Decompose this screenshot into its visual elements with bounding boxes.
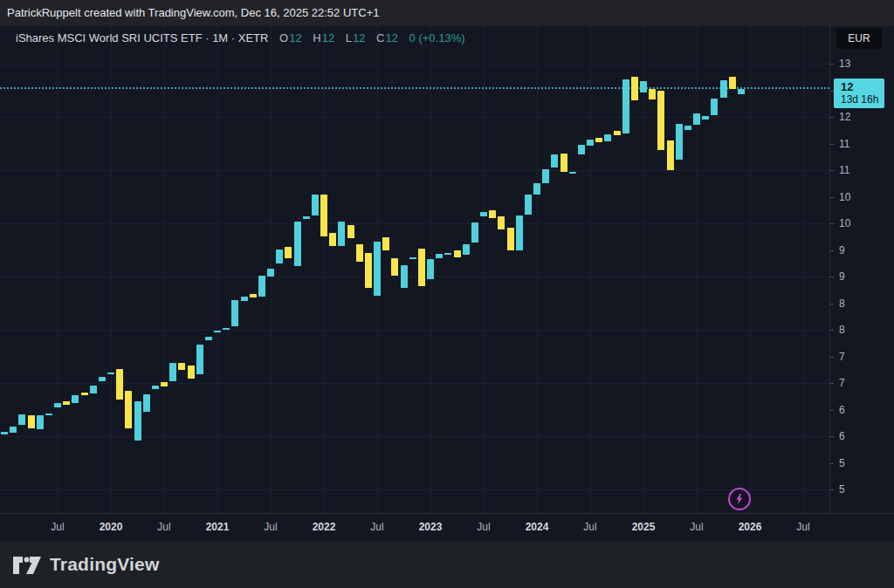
price-label: 11 bbox=[839, 138, 849, 150]
horizontal-gridline bbox=[0, 330, 829, 331]
price-tick bbox=[830, 410, 834, 411]
candle bbox=[320, 195, 327, 236]
candle bbox=[152, 386, 159, 389]
candle bbox=[178, 363, 185, 370]
current-price-line bbox=[0, 87, 829, 89]
candle bbox=[374, 242, 381, 296]
candle bbox=[45, 414, 52, 415]
badge-countdown: 13d 16h bbox=[841, 93, 884, 106]
candle bbox=[525, 195, 532, 215]
price-tick bbox=[830, 383, 834, 384]
candle bbox=[18, 414, 25, 425]
price-label: 10 bbox=[839, 217, 850, 229]
candle bbox=[595, 138, 602, 142]
vertical-gridline bbox=[803, 26, 804, 513]
tradingview-logo-icon[interactable] bbox=[12, 552, 42, 577]
price-label: 13 bbox=[839, 58, 850, 70]
candle bbox=[418, 249, 425, 286]
candle bbox=[657, 91, 664, 150]
change-value: 0 (+0.13%) bbox=[409, 31, 465, 44]
candle bbox=[1, 432, 8, 434]
vertical-gridline bbox=[58, 26, 58, 513]
horizontal-gridline bbox=[0, 223, 829, 224]
month-label: Jul bbox=[138, 521, 190, 533]
price-tick bbox=[830, 463, 834, 464]
price-tick bbox=[830, 144, 834, 145]
month-label: Jul bbox=[351, 521, 403, 533]
price-label: 7 bbox=[839, 377, 845, 389]
price-tick bbox=[830, 357, 834, 358]
candle bbox=[188, 366, 195, 379]
price-tick bbox=[830, 277, 834, 277]
candle bbox=[294, 222, 301, 266]
lightning-bolt-icon bbox=[732, 492, 746, 506]
price-label: 12 bbox=[839, 111, 850, 123]
year-label: 2023 bbox=[404, 521, 457, 533]
price-tick bbox=[830, 197, 834, 198]
candle bbox=[516, 215, 523, 250]
candle bbox=[37, 415, 44, 429]
candle bbox=[498, 216, 505, 229]
candle bbox=[729, 77, 736, 89]
candle bbox=[471, 222, 478, 243]
candle bbox=[231, 300, 238, 326]
attribution-bar: PatrickRuppelt created with TradingView.… bbox=[0, 0, 894, 26]
candle bbox=[72, 395, 79, 403]
symbol-title: iShares MSCI World SRI UCITS ETF · 1M · … bbox=[16, 31, 268, 44]
horizontal-gridline bbox=[0, 170, 829, 171]
price-tick bbox=[830, 330, 834, 331]
candle bbox=[738, 89, 745, 94]
vertical-gridline bbox=[697, 26, 698, 513]
candle bbox=[569, 172, 576, 174]
ohlc-high-label: H bbox=[313, 31, 320, 44]
candle bbox=[533, 183, 540, 195]
candle bbox=[143, 394, 150, 412]
price-tick bbox=[830, 436, 834, 437]
last-price-badge: 12 13d 16h bbox=[834, 79, 884, 108]
candle bbox=[409, 257, 416, 259]
candle bbox=[258, 276, 265, 297]
candle bbox=[241, 297, 248, 301]
candle bbox=[303, 216, 310, 219]
symbol-legend[interactable]: iShares MSCI World SRI UCITS ETF · 1M · … bbox=[16, 31, 465, 44]
flash-event-icon[interactable] bbox=[728, 488, 751, 510]
price-axis[interactable]: EUR 12 13d 16h 131212111110109988776655 bbox=[829, 26, 894, 513]
candle bbox=[99, 377, 106, 381]
price-tick bbox=[830, 250, 834, 251]
candle bbox=[649, 89, 656, 99]
candle bbox=[10, 427, 17, 433]
candle bbox=[480, 212, 487, 216]
price-label: 9 bbox=[839, 270, 845, 283]
candle bbox=[454, 250, 461, 257]
currency-button[interactable]: EUR bbox=[836, 28, 882, 49]
ohlc-low-label: L bbox=[346, 31, 352, 44]
price-label: 9 bbox=[839, 244, 845, 256]
candle bbox=[436, 254, 443, 258]
candle bbox=[356, 244, 363, 262]
badge-price: 12 bbox=[841, 80, 884, 93]
vertical-gridline bbox=[643, 26, 644, 513]
candle bbox=[338, 222, 345, 246]
candle bbox=[276, 250, 283, 263]
price-label: 6 bbox=[839, 404, 845, 416]
candle bbox=[401, 265, 408, 288]
brand-name[interactable]: TradingView bbox=[50, 554, 160, 575]
candle bbox=[250, 294, 257, 297]
price-label: 5 bbox=[839, 457, 845, 469]
horizontal-gridline bbox=[0, 277, 829, 277]
candle bbox=[267, 269, 274, 277]
time-axis[interactable]: Jul2020Jul2021Jul2022Jul2023Jul2024Jul20… bbox=[0, 513, 894, 541]
chart-pane[interactable]: iShares MSCI World SRI UCITS ETF · 1M · … bbox=[0, 26, 829, 513]
candle bbox=[205, 337, 212, 340]
candle bbox=[107, 373, 114, 374]
candle bbox=[214, 331, 221, 332]
candle bbox=[720, 80, 727, 98]
vertical-gridline bbox=[484, 26, 485, 513]
candle bbox=[391, 258, 398, 276]
ohlc-open-value: 12 bbox=[289, 31, 301, 44]
candle bbox=[347, 225, 354, 238]
ohlc-close-value: 12 bbox=[385, 31, 397, 44]
candle bbox=[551, 154, 558, 168]
horizontal-gridline bbox=[0, 64, 829, 65]
price-tick bbox=[830, 489, 834, 490]
